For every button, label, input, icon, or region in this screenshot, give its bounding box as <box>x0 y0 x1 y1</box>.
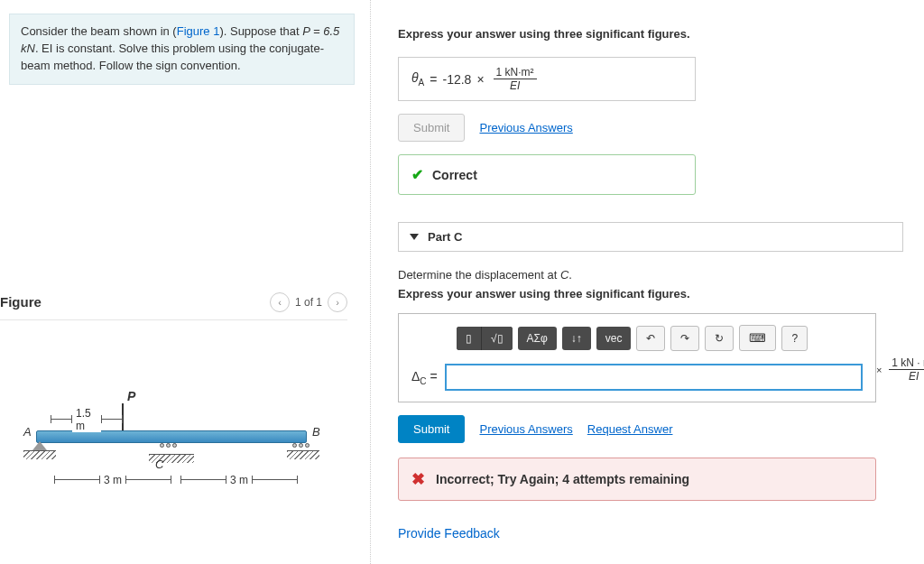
partc-answer-input[interactable] <box>445 364 863 391</box>
reset-button[interactable]: ↻ <box>705 326 734 351</box>
partc-input-widget: ▯ √▯ ΑΣφ ↓↑ vec ↶ ↷ ↻ ⌨ ? ΔC = × 1 kN · … <box>398 313 876 402</box>
correct-text: Correct <box>432 168 477 182</box>
partc-unit: × 1 kN · m³ EI <box>876 357 924 382</box>
provide-feedback-link[interactable]: Provide Feedback <box>398 526 915 541</box>
point-a-label: A <box>23 425 32 439</box>
force-label: P <box>127 389 135 403</box>
dim-1p5m: 1.5 m <box>51 407 123 432</box>
problem-post: ). Suppose that <box>219 24 302 38</box>
pager-text: 1 of 1 <box>295 296 322 309</box>
partc-previous-answers-link[interactable]: Previous Answers <box>479 422 572 436</box>
times-sign: × <box>476 72 484 87</box>
beam-diagram: P A B C 1.5 m 3 m 3 m <box>18 374 320 492</box>
check-icon: ✔ <box>411 166 423 183</box>
equals-sign: = <box>430 72 437 87</box>
partb-correct-feedback: ✔ Correct <box>398 154 696 195</box>
dim-3m-left: 3 m <box>54 474 171 486</box>
partc-submit-button[interactable]: Submit <box>398 415 465 443</box>
prev-figure-button[interactable]: ‹ <box>270 292 290 312</box>
help-button[interactable]: ? <box>781 326 808 351</box>
greek-button[interactable]: ΑΣφ <box>518 327 557 350</box>
partb-value: -12.8 <box>442 72 471 87</box>
undo-button[interactable]: ↶ <box>636 326 665 351</box>
delta-c-label: ΔC = <box>411 369 438 386</box>
figure-header: Figure ‹ 1 of 1 › <box>0 292 347 320</box>
partb-previous-answers-link[interactable]: Previous Answers <box>479 121 572 134</box>
problem-mid: . EI is constant. Solve this problem usi… <box>21 42 324 72</box>
incorrect-text: Incorrect; Try Again; 4 attempts remaini… <box>436 472 689 486</box>
keyboard-icon[interactable]: ⌨ <box>739 325 776 351</box>
figure-title: Figure <box>0 294 42 310</box>
templates-button[interactable]: ▯ <box>457 327 482 350</box>
equation-toolbar: ▯ √▯ ΑΣφ ↓↑ vec ↶ ↷ ↻ ⌨ ? <box>457 325 863 351</box>
problem-pre: Consider the beam shown in ( <box>21 24 177 38</box>
theta-a-label: θA <box>411 70 424 88</box>
partc-title: Part C <box>428 230 462 244</box>
partb-instructions: Express your answer using three signific… <box>398 27 915 41</box>
collapse-caret-icon <box>410 234 419 240</box>
figure-link[interactable]: Figure 1 <box>177 24 220 38</box>
figure-pager: ‹ 1 of 1 › <box>270 292 347 312</box>
dim-3m-right: 3 m <box>180 474 298 486</box>
x-icon: ✖ <box>411 469 425 489</box>
vec-button[interactable]: vec <box>596 327 632 350</box>
partb-unit: 1 kN·m² EI <box>494 67 537 91</box>
next-figure-button[interactable]: › <box>328 292 347 312</box>
point-b-label: B <box>312 425 320 439</box>
support-b-icon <box>287 443 319 459</box>
problem-statement: Consider the beam shown in (Figure 1). S… <box>9 14 355 85</box>
point-c-label: C <box>155 458 163 471</box>
partc-incorrect-feedback: ✖ Incorrect; Try Again; 4 attempts remai… <box>398 458 876 501</box>
partc-question: Determine the displacement at C. <box>398 268 915 282</box>
partb-submit-button: Submit <box>398 114 465 142</box>
partc-request-answer-link[interactable]: Request Answer <box>587 422 673 436</box>
updown-button[interactable]: ↓↑ <box>562 327 591 350</box>
redo-button[interactable]: ↷ <box>670 326 699 351</box>
partb-answer-box: θA = -12.8 × 1 kN·m² EI <box>398 57 696 101</box>
partc-instructions: Express your answer using three signific… <box>398 287 915 300</box>
support-a-icon <box>23 443 56 459</box>
root-button[interactable]: √▯ <box>482 327 513 350</box>
partc-header[interactable]: Part C <box>398 222 903 252</box>
beam-bar <box>36 430 307 443</box>
